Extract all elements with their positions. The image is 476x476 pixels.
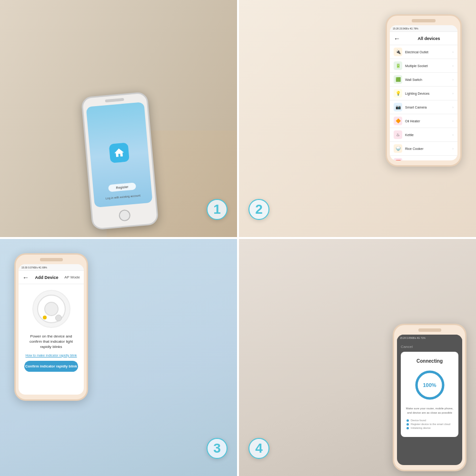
step1-badge: 1 <box>207 199 228 220</box>
phone3-notch <box>40 258 63 261</box>
step2-badge: 2 <box>248 199 269 220</box>
lighting-icon: 💡 <box>394 89 402 98</box>
kettle-icon: ♨ <box>394 130 402 139</box>
list-item[interactable]: ♨ Kettle › <box>390 128 457 142</box>
device-illustration <box>32 290 70 328</box>
item-label: Kettle <box>405 133 452 137</box>
phone2-notch <box>412 19 436 22</box>
check-dot <box>407 427 409 429</box>
phone4-frame: 15:24 0.45KB/s 4G 71% Cancel Connecting <box>393 324 466 471</box>
item-arrow: › <box>452 50 454 54</box>
app-home-icon <box>109 142 129 163</box>
phone4-screen: 15:24 0.45KB/s 4G 71% Cancel Connecting <box>397 335 462 465</box>
progress-percent: 100% <box>423 382 436 388</box>
phone1-in-hand: Register Log in with existing account <box>81 91 159 230</box>
cell-step1: Register Log in with existing account 1 <box>0 0 237 237</box>
check-dot <box>407 419 409 422</box>
device-body <box>44 302 59 316</box>
list-item[interactable]: 💡 Lighting Devices › <box>390 87 457 100</box>
step3-number: 3 <box>213 441 221 456</box>
list-item[interactable]: 🍚 Rice Cooker › <box>390 142 457 156</box>
item-arrow: › <box>452 64 454 68</box>
phone1-home-button[interactable] <box>119 209 131 222</box>
phone4-status-text: 15:24 0.45KB/s 4G 71% <box>400 337 426 339</box>
oil-heater-icon: 🔶 <box>394 117 402 125</box>
register-label: Register <box>116 185 129 189</box>
item-label: Oil Heater <box>405 119 452 123</box>
login-text: Log in with existing account <box>106 194 141 200</box>
connecting-title: Connecting <box>405 358 455 364</box>
phone2-status-bar: 15:28 23.5KB/s 4G 79% <box>390 25 457 32</box>
electrical-outlet-icon: 🔌 <box>394 48 402 56</box>
rice-cooker-icon: 🍚 <box>394 144 402 153</box>
connecting-subtitle: Make sure your router, mobile phone, and… <box>405 407 455 415</box>
check-label: Device found <box>411 419 426 422</box>
confirm-blink-label: Confirm indicator rapidly blink <box>25 364 77 368</box>
check-item: Register device to the smart cloud <box>407 423 453 426</box>
item-label: Rice Cooker <box>405 147 452 150</box>
list-item[interactable]: 🔋 Multiple Socket › <box>390 59 457 73</box>
item-label: Smart Camera <box>405 106 452 109</box>
item-arrow: › <box>452 91 454 96</box>
wall-switch-icon: 🟩 <box>394 75 402 84</box>
item-arrow: › <box>452 160 454 161</box>
phone2-device-list: 🔌 Electrical Outlet › 🔋 Multiple Socket … <box>390 45 457 160</box>
list-item[interactable]: 🔶 Oil Heater › <box>390 114 457 128</box>
how-to-blink-link[interactable]: How to make indicator rapidly blink <box>19 354 84 357</box>
progress-circle: 100% <box>413 368 446 402</box>
list-item[interactable]: 📷 Smart Camera › <box>390 100 457 114</box>
vertical-divider <box>237 0 239 476</box>
item-arrow: › <box>452 105 454 109</box>
phone2-title: All devices <box>404 36 454 41</box>
check-label: Initializing device <box>411 426 431 429</box>
phone3-header: ← Add Device AP Mode <box>19 271 84 284</box>
item-arrow: › <box>452 119 454 123</box>
check-item: Device found <box>407 419 453 422</box>
step3-badge: 3 <box>207 438 228 459</box>
main-grid: Register Log in with existing account 1 <box>0 0 476 476</box>
step2-number: 2 <box>255 202 263 217</box>
device-button <box>55 315 62 321</box>
device-led <box>43 316 47 319</box>
phone3-screen: 15:30 0.07KB/s 4G 69% ← Add Device AP Mo… <box>19 264 84 395</box>
multiple-socket-icon: 🔋 <box>394 61 402 70</box>
home-svg-icon <box>113 147 125 159</box>
item-label: Multiple Socket <box>405 64 452 68</box>
check-item: Initializing device <box>407 426 453 429</box>
cell-step4: 15:24 0.45KB/s 4G 71% Cancel Connecting <box>239 239 476 476</box>
list-item[interactable]: 🔌 Electrical Outlet › <box>390 45 457 59</box>
item-arrow: › <box>452 133 454 137</box>
phone3-back-icon[interactable]: ← <box>22 274 29 281</box>
step1-number: 1 <box>213 202 221 217</box>
instruction-text: Power on the device and confirm that ind… <box>30 334 73 349</box>
list-item[interactable]: 🟩 Wall Switch › <box>390 73 457 87</box>
phone2-status-text: 15:28 23.5KB/s 4G 79% <box>393 27 418 30</box>
register-button[interactable]: Register <box>108 182 136 192</box>
item-label: Wall Switch <box>405 78 452 81</box>
phone4-notch <box>418 328 441 332</box>
phone1-screen: Register Log in with existing account <box>86 102 153 208</box>
phone2-header: ← All devices <box>390 32 457 45</box>
phone4-container: 15:24 0.45KB/s 4G 71% Cancel Connecting <box>393 324 466 471</box>
phone2-container: 15:28 23.5KB/s 4G 79% ← All devices 🔌 El… <box>386 14 462 167</box>
list-item[interactable]: 🟥 Oven › <box>390 156 457 160</box>
phone1-frame: Register Log in with existing account <box>81 91 159 230</box>
smart-camera-icon: 📷 <box>394 103 402 111</box>
login-link[interactable]: Log in with existing account <box>106 194 141 200</box>
phone4-status-bar: 15:24 0.45KB/s 4G 71% <box>397 335 462 341</box>
phone3-frame: 15:30 0.07KB/s 4G 69% ← Add Device AP Mo… <box>14 253 88 401</box>
confirm-blink-button[interactable]: Confirm indicator rapidly blink <box>24 361 78 372</box>
phone3-instructions: Power on the device and confirm that ind… <box>19 334 84 350</box>
phone4-top-bar: Cancel <box>397 341 462 352</box>
blink-link-text: How to make indicator rapidly blink <box>25 354 77 357</box>
phone3-status-bar: 15:30 0.07KB/s 4G 69% <box>19 264 84 271</box>
check-dot <box>407 423 409 426</box>
phone3-container: 15:30 0.07KB/s 4G 69% ← Add Device AP Mo… <box>14 253 88 401</box>
phone3-mode: AP Mode <box>64 275 80 279</box>
phone1-notch <box>105 98 124 102</box>
cancel-button[interactable]: Cancel <box>401 345 413 349</box>
item-label: Lighting Devices <box>405 92 452 95</box>
cell-step2: 15:28 23.5KB/s 4G 79% ← All devices 🔌 El… <box>239 0 476 237</box>
phone2-back-icon[interactable]: ← <box>394 35 400 42</box>
phone3-status-text: 15:30 0.07KB/s 4G 69% <box>21 266 47 269</box>
